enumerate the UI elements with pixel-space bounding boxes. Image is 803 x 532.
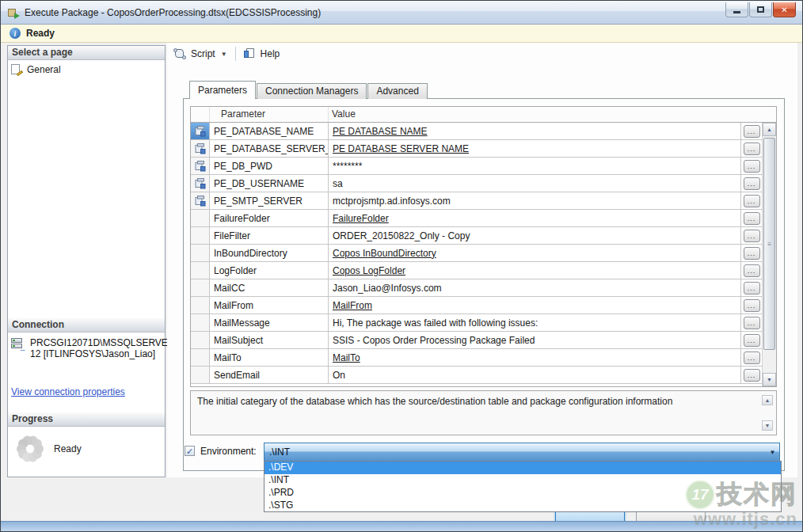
table-row[interactable]: PE_DB_USERNAMEsa... xyxy=(191,175,762,192)
minimize-button[interactable] xyxy=(725,2,748,17)
parameter-value-cell[interactable]: MailFrom xyxy=(329,297,740,314)
table-row[interactable]: SendEmailOn... xyxy=(191,367,762,384)
parameter-name-cell[interactable]: PE_DB_PWD xyxy=(210,158,329,174)
row-header-cell[interactable] xyxy=(191,349,210,366)
row-header-cell[interactable] xyxy=(191,367,210,383)
ellipsis-button[interactable]: ... xyxy=(744,264,760,277)
parameter-value-cell[interactable]: mctprojsmtp.ad.infosys.com xyxy=(329,192,740,209)
parameter-value-cell[interactable]: ORDER_20150822_Only - Copy xyxy=(329,227,740,244)
script-button[interactable]: Script xyxy=(191,48,215,59)
parameter-value-cell[interactable]: On xyxy=(329,367,740,383)
table-row[interactable]: PE_SMTP_SERVERmctprojsmtp.ad.infosys.com… xyxy=(191,192,762,210)
title-bar[interactable]: Execute Package - CoposOrderProcessing.d… xyxy=(1,1,802,25)
table-row[interactable]: LogFolderCopos LogFolder... xyxy=(191,262,762,279)
parameter-value-cell[interactable]: PE DATABASE NAME xyxy=(329,123,740,139)
dropdown-option[interactable]: .\DEV xyxy=(264,462,781,474)
combobox-arrow-icon[interactable]: ▼ xyxy=(766,443,779,461)
ellipsis-button[interactable]: ... xyxy=(744,195,760,207)
table-row[interactable]: InBoundDirectoryCopos InBoundDirectory..… xyxy=(191,245,762,262)
scroll-down-icon[interactable]: ▼ xyxy=(763,373,776,386)
parameter-value-cell[interactable]: MailTo xyxy=(329,349,740,366)
row-header-cell[interactable] xyxy=(191,175,210,192)
table-row[interactable]: MailMessageHi, The package was failed wi… xyxy=(191,314,762,332)
row-header-cell[interactable] xyxy=(191,279,210,296)
parameter-name-cell[interactable]: PE_DB_USERNAME xyxy=(210,175,329,192)
help-button[interactable]: Help xyxy=(261,48,280,59)
tab-parameters[interactable]: Parameters xyxy=(189,81,256,99)
environment-selected-value: .\INT xyxy=(264,446,766,458)
maximize-button[interactable] xyxy=(749,2,772,17)
view-connection-properties-link[interactable]: View connection properties xyxy=(11,386,125,397)
ellipsis-button[interactable]: ... xyxy=(744,369,760,382)
scroll-up-icon[interactable]: ▲ xyxy=(763,123,776,136)
row-header-cell[interactable] xyxy=(191,245,210,261)
parameter-name-cell[interactable]: PE_SMTP_SERVER xyxy=(210,192,329,209)
parameter-name-cell[interactable]: FailureFolder xyxy=(210,210,329,226)
table-row[interactable]: MailFromMailFrom... xyxy=(191,297,762,314)
tab-advanced[interactable]: Advanced xyxy=(367,83,427,99)
ellipsis-button[interactable]: ... xyxy=(744,177,760,190)
parameter-name-cell[interactable]: MailCC xyxy=(210,279,329,296)
ellipsis-button[interactable]: ... xyxy=(744,317,760,329)
table-row[interactable]: PE_DATABASE_SERVER_...PE DATABASE SERVER… xyxy=(191,140,762,158)
row-header-cell[interactable] xyxy=(191,297,210,314)
parameter-value-cell[interactable]: Copos InBoundDirectory xyxy=(329,245,740,261)
ellipsis-button[interactable]: ... xyxy=(744,334,760,347)
grid-header-value[interactable]: Value xyxy=(329,107,762,122)
ellipsis-button[interactable]: ... xyxy=(744,352,760,364)
row-header-cell[interactable] xyxy=(191,210,210,226)
environment-checkbox[interactable]: ✓ xyxy=(185,446,195,456)
grid-vertical-scrollbar[interactable]: ▲ ≡ ▼ xyxy=(762,123,776,386)
parameter-name-cell[interactable]: MailFrom xyxy=(210,297,329,314)
ellipsis-button[interactable]: ... xyxy=(744,230,760,242)
table-row[interactable]: MailToMailTo... xyxy=(191,349,762,367)
table-row[interactable]: PE_DB_PWD********... xyxy=(191,158,762,175)
ellipsis-button[interactable]: ... xyxy=(744,125,760,138)
parameter-name-cell[interactable]: MailSubject xyxy=(210,332,329,348)
description-scroll-down-icon[interactable]: ▼ xyxy=(762,420,773,431)
parameter-value-cell[interactable]: SSIS - Copos Order Processing Package Fa… xyxy=(329,332,740,348)
row-header-cell[interactable] xyxy=(191,158,210,174)
row-header-cell[interactable] xyxy=(191,262,210,279)
parameter-name-cell[interactable]: InBoundDirectory xyxy=(210,245,329,261)
ellipsis-button[interactable]: ... xyxy=(744,282,760,294)
table-row[interactable]: FailureFolderFailureFolder... xyxy=(191,210,762,227)
table-row[interactable]: MailSubjectSSIS - Copos Order Processing… xyxy=(191,332,762,349)
description-scroll-up-icon[interactable]: ▲ xyxy=(762,395,773,405)
parameter-name-cell[interactable]: LogFolder xyxy=(210,262,329,279)
sidebar-item-general[interactable]: General xyxy=(8,60,165,79)
table-row[interactable]: FileFilterORDER_20150822_Only - Copy... xyxy=(191,227,762,245)
scrollbar-thumb[interactable]: ≡ xyxy=(763,138,775,350)
row-header-cell[interactable] xyxy=(191,123,210,139)
parameter-value-cell[interactable]: FailureFolder xyxy=(329,210,740,226)
ellipsis-button[interactable]: ... xyxy=(744,299,760,312)
row-header-cell[interactable] xyxy=(191,314,210,331)
row-header-cell[interactable] xyxy=(191,227,210,244)
parameter-value-cell[interactable]: PE DATABASE SERVER NAME xyxy=(329,140,740,157)
ellipsis-button[interactable]: ... xyxy=(744,160,760,173)
parameter-value-cell[interactable]: Copos LogFolder xyxy=(329,262,740,279)
parameter-name-cell[interactable]: FileFilter xyxy=(210,227,329,244)
parameter-name-cell[interactable]: SendEmail xyxy=(210,367,329,383)
row-header-cell[interactable] xyxy=(191,192,210,209)
parameter-value-cell[interactable]: Hi, The package was failed with followin… xyxy=(329,314,740,331)
row-header-cell[interactable] xyxy=(191,140,210,157)
close-button[interactable]: ✕ xyxy=(773,2,796,17)
parameter-value-cell[interactable]: Jason_Liao@Infosys.com xyxy=(329,279,740,296)
parameter-name-cell[interactable]: PE_DATABASE_SERVER_... xyxy=(210,140,329,157)
ellipsis-button[interactable]: ... xyxy=(744,212,760,225)
table-row[interactable]: MailCCJason_Liao@Infosys.com... xyxy=(191,279,762,297)
tab-connection-managers[interactable]: Connection Managers xyxy=(257,83,367,99)
ellipsis-button[interactable]: ... xyxy=(744,247,760,260)
environment-combobox[interactable]: .\INT ▼ xyxy=(264,443,780,462)
ellipsis-button[interactable]: ... xyxy=(744,142,760,155)
parameter-value-cell[interactable]: sa xyxy=(329,175,740,192)
script-dropdown-caret-icon[interactable]: ▼ xyxy=(221,51,227,58)
table-row[interactable]: PE_DATABASE_NAMEPE DATABASE NAME... xyxy=(191,123,762,140)
parameter-name-cell[interactable]: MailMessage xyxy=(210,314,329,331)
parameter-name-cell[interactable]: PE_DATABASE_NAME xyxy=(210,123,329,139)
row-header-cell[interactable] xyxy=(191,332,210,348)
parameter-name-cell[interactable]: MailTo xyxy=(210,349,329,366)
parameter-value-cell[interactable]: ******** xyxy=(329,158,740,174)
grid-header-parameter[interactable]: Parameter xyxy=(210,107,329,122)
